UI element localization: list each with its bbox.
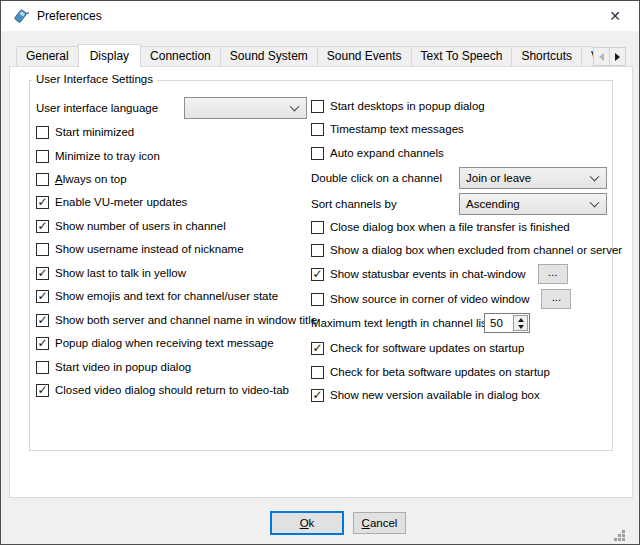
checkbox[interactable]: ✓ — [36, 290, 49, 303]
tab-scroll-right-button[interactable] — [609, 47, 626, 66]
tab-bar: General Display Connection Sound System … — [9, 43, 593, 67]
checkbox[interactable]: ✓ — [311, 268, 324, 281]
checkbox-label: Show emojis and text for channel/user st… — [55, 290, 278, 302]
checkbox[interactable] — [36, 150, 49, 163]
double-click-combobox[interactable]: Join or leave — [459, 167, 607, 189]
checkbox-row[interactable]: ✓ Popup dialog when receiving text messa… — [36, 333, 274, 353]
app-icon — [12, 7, 29, 24]
max-text-length-label: Maximum text length in channel list — [311, 313, 490, 333]
checkbox-row[interactable]: Start desktops in popup dialog — [311, 96, 485, 116]
checkbox[interactable] — [311, 100, 324, 113]
language-combobox[interactable] — [184, 97, 307, 119]
checkbox[interactable] — [36, 126, 49, 139]
checkbox-label: Start minimized — [55, 126, 134, 138]
tab-video[interactable]: Video — [581, 46, 593, 66]
ok-button[interactable]: Ok — [270, 511, 344, 535]
checkbox-label: Show a dialog box when excluded from cha… — [330, 244, 622, 256]
checkbox-row[interactable]: Auto expand channels — [311, 143, 444, 163]
checkbox[interactable] — [311, 147, 324, 160]
checkbox-row[interactable]: Timestamp text messages — [311, 119, 464, 139]
double-click-value: Join or leave — [466, 172, 531, 184]
checkbox[interactable] — [36, 173, 49, 186]
checkbox-label: Close dialog box when a file transfer is… — [330, 221, 570, 233]
checkbox-row[interactable]: Check for beta software updates on start… — [311, 362, 550, 382]
statusbar-events-ellipsis-button[interactable]: ... — [538, 264, 568, 284]
chevron-down-icon — [590, 172, 600, 182]
cancel-button-label: Cancel — [362, 517, 398, 529]
checkbox-label: Timestamp text messages — [330, 123, 464, 135]
resize-grip-icon[interactable] — [614, 530, 617, 533]
group-title: User Interface Settings — [32, 73, 157, 85]
checkbox[interactable]: ✓ — [311, 389, 324, 402]
checkbox-label: Show number of users in channel — [55, 220, 226, 232]
checkbox[interactable] — [36, 243, 49, 256]
tab-shortcuts[interactable]: Shortcuts — [511, 46, 582, 66]
checkbox-label: Show both server and channel name in win… — [55, 314, 317, 326]
chevron-down-icon — [290, 102, 300, 112]
checkbox[interactable] — [311, 221, 324, 234]
checkbox-row[interactable]: Always on top — [36, 169, 127, 189]
language-label: User interface language — [36, 97, 158, 119]
checkbox[interactable]: ✓ — [36, 196, 49, 209]
checkbox[interactable] — [36, 361, 49, 374]
checkbox[interactable]: ✓ — [36, 267, 49, 280]
checkbox-label: Show last to talk in yellow — [55, 267, 186, 279]
checkbox-label: Check for software updates on startup — [330, 342, 524, 354]
close-icon[interactable]: ✕ — [599, 1, 631, 31]
checkbox-label: Minimize to tray icon — [55, 150, 160, 162]
checkbox-row[interactable]: Minimize to tray icon — [36, 146, 160, 166]
checkbox-row[interactable]: Close dialog box when a file transfer is… — [311, 217, 570, 237]
checkbox[interactable]: ✓ — [36, 220, 49, 233]
checkbox-row[interactable]: Show source in corner of video window ..… — [311, 289, 571, 309]
checkbox-row[interactable]: Start minimized — [36, 122, 134, 142]
checkbox-row[interactable]: Show username instead of nickname — [36, 239, 244, 259]
checkbox-row[interactable]: ✓ Closed video dialog should return to v… — [36, 380, 289, 400]
spinner-up-button[interactable] — [514, 316, 527, 323]
checkbox-label: Always on top — [55, 173, 127, 185]
checkbox[interactable]: ✓ — [311, 342, 324, 355]
checkbox-row[interactable]: ✓ Show both server and channel name in w… — [36, 310, 317, 330]
sort-channels-combobox[interactable]: Ascending — [459, 193, 607, 215]
tab-connection[interactable]: Connection — [140, 46, 221, 66]
tab-display[interactable]: Display — [78, 44, 141, 67]
checkbox[interactable]: ✓ — [36, 384, 49, 397]
checkbox[interactable] — [311, 244, 324, 257]
tab-text-to-speech[interactable]: Text To Speech — [411, 46, 513, 66]
ok-button-label: Ok — [300, 517, 315, 529]
checkbox-label: Show statusbar events in chat-window — [330, 268, 526, 280]
checkbox[interactable] — [311, 123, 324, 136]
tab-general[interactable]: General — [16, 46, 79, 66]
spinner-value[interactable]: 50 — [485, 314, 512, 332]
tab-sound-system[interactable]: Sound System — [220, 46, 318, 66]
video-source-ellipsis-button[interactable]: ... — [541, 289, 571, 309]
checkbox-row[interactable]: ✓ Show last to talk in yellow — [36, 263, 186, 283]
arrow-left-icon — [599, 53, 604, 61]
checkbox[interactable] — [311, 293, 324, 306]
checkbox-row[interactable]: ✓ Check for software updates on startup — [311, 338, 524, 358]
checkbox[interactable] — [311, 366, 324, 379]
arrow-right-icon — [615, 53, 620, 61]
checkbox-label: Closed video dialog should return to vid… — [55, 384, 289, 396]
title-bar[interactable]: Preferences ✕ — [1, 1, 639, 31]
window-title: Preferences — [37, 1, 102, 31]
tab-sound-events[interactable]: Sound Events — [317, 46, 412, 66]
preferences-window: Preferences ✕ General Display Connection… — [0, 0, 640, 545]
checkbox-row[interactable]: Show a dialog box when excluded from cha… — [311, 240, 622, 260]
max-text-length-spinner[interactable]: 50 — [484, 313, 530, 333]
cancel-button[interactable]: Cancel — [353, 512, 406, 534]
checkbox-row[interactable]: ✓ Show new version available in dialog b… — [311, 385, 540, 405]
checkbox-row[interactable]: ✓ Show number of users in channel — [36, 216, 226, 236]
spinner-down-button[interactable] — [514, 323, 527, 330]
checkbox-row[interactable]: ✓ Show statusbar events in chat-window .… — [311, 264, 568, 284]
checkbox-row[interactable]: Start video in popup dialog — [36, 357, 191, 377]
checkbox[interactable]: ✓ — [36, 337, 49, 350]
checkbox[interactable]: ✓ — [36, 314, 49, 327]
spinner-buttons — [513, 315, 528, 331]
checkbox-label: Enable VU-meter updates — [55, 196, 187, 208]
checkbox-row[interactable]: ✓ Enable VU-meter updates — [36, 192, 187, 212]
checkbox-label: Auto expand channels — [330, 147, 444, 159]
checkbox-label: Popup dialog when receiving text message — [55, 337, 274, 349]
tab-scroll-left-button[interactable] — [593, 47, 610, 66]
checkbox-row[interactable]: ✓ Show emojis and text for channel/user … — [36, 286, 278, 306]
arrow-up-icon — [518, 318, 524, 322]
